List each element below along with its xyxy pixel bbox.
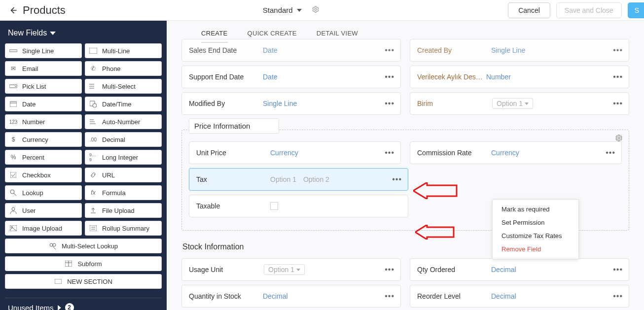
field-number[interactable]: 123Number [5,114,82,129]
autonumber-icon [89,118,97,126]
svg-point-15 [10,190,14,194]
sidebar: New Fields Single Line Multi-Line ✉Email… [0,21,167,310]
ellipsis-icon[interactable]: ••• [385,148,394,157]
field-birim[interactable]: Birim Option 1 ••• [410,92,629,115]
field-url[interactable]: URL [85,168,162,182]
ellipsis-icon[interactable]: ••• [613,99,623,108]
lookup-icon [9,189,17,197]
layout-select[interactable]: Standard [263,6,302,14]
mail-icon: ✉ [9,65,17,72]
tax-ellipsis-icon[interactable]: ••• [392,175,402,184]
formula-icon: fx [89,189,97,197]
save-close-button: Save and Close [556,2,622,18]
checkbox-icon [270,202,278,210]
field-percent[interactable]: %Percent [5,150,82,165]
svg-rect-2 [89,48,97,54]
field-commission-rate[interactable]: Commission Rate Currency ••• [410,141,622,164]
field-formula[interactable]: fxFormula [85,185,162,200]
field-subform[interactable]: Subform [5,256,162,271]
field-file-upload[interactable]: File Upload [85,203,162,218]
field-long-integer[interactable]: 9…9Long Integer [85,150,162,165]
field-currency[interactable]: $Currency [5,132,82,147]
new-section-button[interactable]: NEW SECTION [5,274,162,289]
field-taxable[interactable]: Taxable [189,195,408,217]
field-multi-select-lookup[interactable]: Multi-Select Lookup [5,239,162,253]
field-phone[interactable]: ✆Phone [85,61,162,76]
back-arrow[interactable] [8,5,18,15]
field-image-upload[interactable]: Image Upload [5,221,82,236]
field-created-by[interactable]: Created By Single Line ••• [410,39,629,62]
field-user[interactable]: User [5,203,82,218]
svg-point-23 [50,243,53,246]
field-modified-by[interactable]: Modified By Single Line ••• [181,92,401,115]
field-lookup[interactable]: Lookup [5,185,82,200]
menu-remove-field[interactable]: Remove Field [493,242,578,256]
ellipsis-icon[interactable]: ••• [613,72,623,81]
field-support-end-date[interactable]: Support End Date Date ••• [181,66,401,88]
menu-customize-tax-rates[interactable]: Customize Tax Rates [493,229,578,242]
chevron-down-icon [525,103,529,105]
ellipsis-icon[interactable]: ••• [613,46,623,55]
option-chip[interactable]: Option 1 [492,98,533,109]
number-icon: 123 [9,118,17,126]
field-date-time[interactable]: Date/Time [85,97,162,111]
field-email[interactable]: ✉Email [5,61,82,76]
field-qty-ordered[interactable]: Qty Ordered Decimal ••• [410,258,629,281]
ellipsis-icon[interactable]: ••• [606,148,615,157]
user-icon [9,207,17,214]
main-area: CREATE QUICK CREATE DETAIL VIEW Sales En… [167,21,644,310]
image-icon [9,224,17,232]
layout-label: Standard [263,6,293,14]
chevron-right-icon [58,305,61,310]
svg-rect-20 [90,225,97,231]
ellipsis-icon[interactable]: ••• [613,265,623,274]
field-tax[interactable]: Tax Option 1 Option 2 ••• [189,168,408,191]
ellipsis-icon[interactable]: ••• [385,265,394,274]
cancel-button[interactable]: Cancel [508,2,550,18]
currency-icon: $ [9,136,17,143]
svg-rect-1 [9,50,17,52]
upload-icon [89,207,97,214]
menu-mark-required[interactable]: Mark as required [493,203,578,216]
field-usage-unit[interactable]: Usage Unit Option 1 ••• [181,258,401,281]
field-aylik[interactable]: Verilecek Aylık Des… Number ••• [410,66,629,88]
ellipsis-icon[interactable]: ••• [385,99,394,108]
percent-icon: % [9,153,17,161]
chevron-down-icon [296,269,300,271]
svg-point-17 [12,207,15,210]
new-fields-header[interactable]: New Fields [8,29,159,37]
layout-gear-icon[interactable] [312,5,320,15]
mslookup-icon [49,242,57,250]
ellipsis-icon[interactable]: ••• [385,46,394,55]
ellipsis-icon[interactable]: ••• [613,292,623,301]
field-multi-select[interactable]: Multi-Select [85,79,162,94]
field-reorder-level[interactable]: Reorder Level Decimal ••• [410,285,629,308]
ellipsis-icon[interactable]: ••• [385,292,394,301]
save-button[interactable]: S [628,2,644,18]
svg-rect-29 [55,279,62,284]
unused-count-badge: 2 [65,303,74,310]
option-chip[interactable]: Option 1 [264,264,305,275]
field-auto-number[interactable]: Auto-Number [85,114,162,129]
field-checkbox[interactable]: Checkbox [5,168,82,182]
svg-line-25 [53,246,56,249]
svg-rect-14 [10,172,16,178]
field-date[interactable]: Date [5,97,82,111]
menu-set-permission[interactable]: Set Permission [493,216,578,229]
field-qty-in-stock[interactable]: Quantity in Stock Decimal ••• [181,285,401,308]
field-sales-end-date[interactable]: Sales End Date Date ••• [181,39,401,62]
unused-items[interactable]: Unused Items 2 [5,298,162,310]
field-single-line[interactable]: Single Line [5,43,82,58]
datetime-icon [89,100,97,108]
field-pick-list[interactable]: Pick List [5,79,82,94]
field-unit-price[interactable]: Unit Price Currency ••• [189,141,401,164]
ellipsis-icon[interactable]: ••• [385,72,394,81]
section-title[interactable]: Price Information [189,118,279,134]
link-icon [89,171,97,179]
field-multi-line[interactable]: Multi-Line [85,43,162,58]
longint-icon: 9…9 [89,153,97,161]
svg-point-24 [53,243,56,246]
checkbox-icon [9,171,17,179]
field-decimal[interactable]: .00Decimal [85,132,162,147]
field-rollup-summary[interactable]: Rollup Summary [85,221,162,236]
